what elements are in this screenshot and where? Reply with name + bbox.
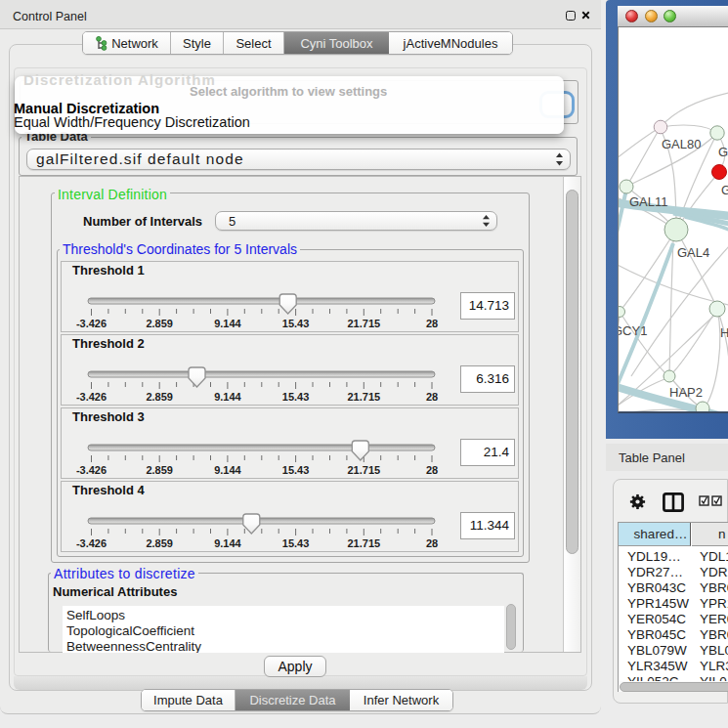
svg-text:GAL4: GAL4 — [677, 245, 709, 260]
svg-text:GA: GA — [718, 145, 728, 159]
svg-text:GCY1: GCY1 — [619, 323, 647, 338]
svg-text:H: H — [720, 325, 728, 340]
svg-text:GAL80: GAL80 — [662, 137, 701, 151]
svg-text:GAL11: GAL11 — [629, 194, 668, 209]
svg-text:HAP2: HAP2 — [669, 385, 703, 400]
svg-text:G: G — [721, 183, 728, 197]
